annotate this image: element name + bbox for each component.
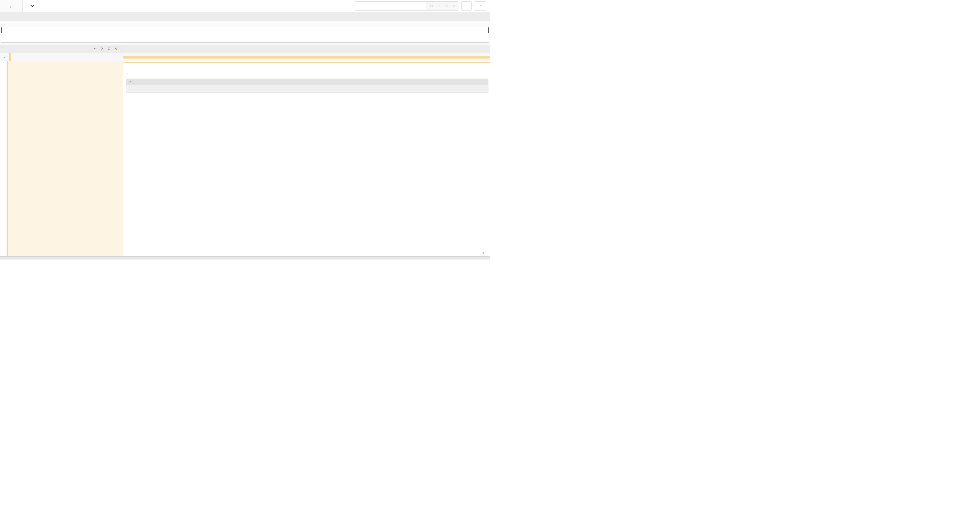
collapse-controls bbox=[94, 47, 123, 51]
span-collapse-chevron-icon[interactable] bbox=[0, 56, 6, 59]
trace-body bbox=[0, 61, 490, 256]
find-input[interactable] bbox=[355, 2, 426, 10]
tags-chevron-right-icon[interactable] bbox=[126, 72, 129, 75]
expand-all-icon[interactable] bbox=[114, 47, 118, 50]
minimap-ruler bbox=[1, 22, 489, 27]
bottom-strip bbox=[0, 256, 490, 260]
minimap-left-handle[interactable] bbox=[1, 27, 2, 33]
link-icon[interactable] bbox=[482, 251, 486, 254]
span-duration-bar[interactable] bbox=[123, 56, 490, 59]
span-detail-indent-area bbox=[8, 61, 123, 256]
span-color-swatch bbox=[9, 53, 11, 61]
service-operation-header bbox=[0, 45, 123, 53]
timeline-ruler bbox=[123, 45, 490, 53]
trace-view-selector[interactable] bbox=[474, 1, 486, 11]
collapse-trace-header-button[interactable] bbox=[30, 4, 35, 8]
span-tree-column bbox=[0, 61, 123, 256]
top-bar: ← bbox=[0, 0, 490, 12]
span-row-name-column bbox=[0, 53, 123, 61]
find-group bbox=[355, 1, 459, 11]
tags-row[interactable] bbox=[126, 72, 488, 75]
next-result-icon[interactable] bbox=[445, 4, 448, 8]
logs-section bbox=[126, 78, 488, 93]
clear-find-icon[interactable] bbox=[452, 5, 455, 8]
logs-note bbox=[126, 88, 488, 93]
prev-result-icon[interactable] bbox=[438, 4, 441, 8]
span-row-timeline[interactable] bbox=[123, 53, 490, 61]
span-row[interactable] bbox=[0, 53, 490, 61]
timeline-column-headers bbox=[0, 45, 490, 53]
column-resizer-grip[interactable] bbox=[121, 50, 122, 53]
timeline-minimap bbox=[0, 21, 490, 45]
top-bar-actions bbox=[355, 1, 490, 11]
logs-list bbox=[126, 85, 488, 88]
locate-icon[interactable] bbox=[430, 4, 433, 8]
back-button[interactable]: ← bbox=[0, 0, 23, 12]
trace-summary-bar bbox=[0, 12, 490, 21]
keyboard-shortcuts-button[interactable] bbox=[461, 1, 472, 11]
minimap-canvas[interactable] bbox=[1, 27, 489, 43]
span-detail-panel bbox=[123, 61, 490, 256]
expand-one-icon[interactable] bbox=[100, 47, 104, 50]
collapse-all-icon[interactable] bbox=[107, 47, 111, 51]
detail-divider bbox=[126, 69, 488, 69]
logs-header[interactable] bbox=[126, 79, 488, 85]
chevron-down-icon bbox=[480, 5, 483, 7]
arrow-left-icon: ← bbox=[8, 3, 14, 9]
trace-view-app: ← bbox=[0, 0, 490, 260]
find-tools bbox=[426, 2, 459, 10]
minimap-right-handle[interactable] bbox=[488, 27, 489, 33]
span-id-footer bbox=[126, 248, 488, 256]
logs-chevron-down-icon bbox=[128, 80, 131, 83]
chevron-down-icon bbox=[30, 4, 35, 8]
collapse-one-icon[interactable] bbox=[94, 47, 97, 50]
